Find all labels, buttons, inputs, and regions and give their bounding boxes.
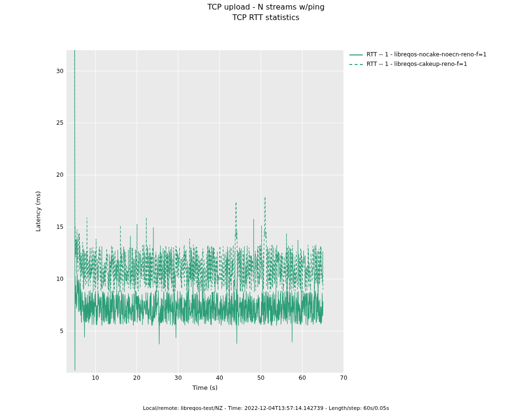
x-tick-label: 70: [334, 375, 353, 381]
legend-swatch-dashed-icon: [349, 64, 363, 65]
legend-item: RTT -- 1 - libreqos-cakeup-reno-f=1: [349, 60, 487, 69]
grid: [66, 50, 344, 373]
figure-footer: Local/remote: libreqos-test/NZ - Time: 2…: [0, 405, 532, 411]
y-tick-label: 20: [44, 172, 64, 178]
y-tick-label: 5: [44, 328, 64, 334]
x-tick-label: 10: [86, 375, 105, 381]
figure: TCP upload - N streams w/ping TCP RTT st…: [0, 0, 532, 419]
chart-title: TCP upload - N streams w/ping: [0, 2, 532, 12]
plot-area: [66, 50, 344, 373]
legend-label: RTT -- 1 - libreqos-nocake-noecn-reno-f=…: [367, 50, 487, 60]
chart-title-block: TCP upload - N streams w/ping TCP RTT st…: [0, 2, 532, 22]
y-tick-label: 10: [44, 276, 64, 282]
x-tick-label: 60: [293, 375, 312, 381]
line-series-nocake: [75, 50, 323, 371]
x-tick-label: 40: [210, 375, 229, 381]
legend-label: RTT -- 1 - libreqos-cakeup-reno-f=1: [367, 59, 467, 70]
x-tick-label: 50: [251, 375, 271, 381]
x-tick-label: 20: [127, 375, 146, 381]
legend-item: RTT -- 1 - libreqos-nocake-noecn-reno-f=…: [349, 50, 487, 60]
y-axis-label: Latency (ms): [34, 50, 42, 373]
line-series-cakeup: [75, 50, 323, 314]
chart-subtitle: TCP RTT statistics: [0, 12, 532, 23]
y-tick-label: 15: [44, 224, 64, 230]
plot-svg: [66, 50, 344, 373]
x-tick-label: 30: [169, 375, 188, 381]
y-tick-label: 30: [44, 68, 64, 75]
x-axis-label: Time (s): [66, 384, 344, 391]
legend-swatch-solid-icon: [349, 54, 363, 55]
y-tick-label: 25: [44, 119, 64, 126]
legend: RTT -- 1 - libreqos-nocake-noecn-reno-f=…: [349, 50, 487, 69]
